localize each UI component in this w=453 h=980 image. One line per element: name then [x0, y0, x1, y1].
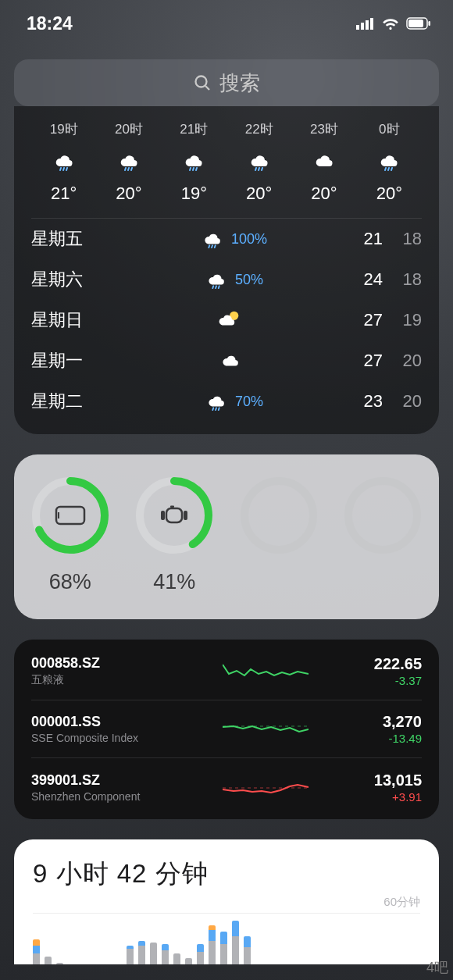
svg-point-44	[244, 481, 313, 550]
status-bar: 18:24	[0, 0, 453, 37]
rain-icon	[202, 226, 223, 251]
watch-icon	[135, 476, 213, 554]
svg-rect-41	[161, 511, 165, 520]
svg-rect-2	[366, 20, 369, 30]
hour-cell: 0时20°	[357, 120, 422, 204]
screentime-widget[interactable]: 9 小时 42 分钟 60分钟	[14, 839, 439, 964]
svg-line-28	[216, 286, 216, 288]
svg-line-27	[212, 286, 213, 288]
search-placeholder: 搜索	[219, 69, 260, 97]
svg-line-18	[255, 168, 256, 170]
svg-rect-43	[170, 506, 174, 508]
stock-row[interactable]: 000001.SSSSE Composite Index 3,270-13.49	[31, 700, 422, 758]
battery-icon	[406, 17, 431, 30]
svg-line-14	[131, 168, 132, 170]
svg-point-45	[348, 481, 417, 550]
svg-line-20	[262, 168, 262, 170]
svg-line-25	[212, 245, 212, 248]
rain-icon	[377, 148, 401, 174]
svg-rect-0	[356, 25, 359, 30]
battery-phone: 68%	[25, 476, 116, 594]
svg-rect-1	[361, 23, 364, 30]
svg-line-17	[196, 168, 197, 170]
svg-line-29	[219, 286, 219, 288]
svg-line-24	[209, 245, 209, 248]
stock-row[interactable]: 000858.SZ五粮液 222.65-3.37	[31, 643, 422, 700]
battery-empty	[234, 476, 324, 594]
daily-row: 星期一2720	[31, 340, 422, 381]
battery-watch-pct: 41%	[153, 570, 195, 594]
stock-row[interactable]: 399001.SZShenzhen Component 13,015+3.91	[31, 758, 422, 816]
svg-rect-40	[166, 508, 182, 522]
svg-rect-42	[184, 511, 187, 520]
screentime-axis: 60分钟	[33, 895, 420, 910]
hour-cell: 20时20°	[96, 120, 161, 204]
svg-line-11	[66, 168, 67, 170]
svg-line-33	[219, 408, 219, 410]
svg-line-8	[205, 86, 209, 90]
rain-icon	[52, 148, 76, 174]
daily-row: 星期日2719	[31, 300, 422, 340]
rain-icon	[248, 148, 271, 174]
svg-line-16	[193, 168, 194, 170]
sparkline-icon	[195, 658, 336, 685]
svg-line-31	[212, 408, 213, 410]
cloud-icon	[312, 148, 336, 174]
rain-icon	[117, 148, 141, 174]
hour-cell: 21时19°	[162, 120, 226, 204]
status-time: 18:24	[27, 13, 73, 34]
screentime-headline: 9 小时 42 分钟	[33, 857, 420, 892]
hour-cell: 19时21°	[31, 120, 96, 204]
rain-icon	[205, 389, 227, 414]
hour-cell: 23时20°	[291, 120, 356, 204]
daily-row: 星期六50%2418	[31, 259, 422, 300]
battery-phone-pct: 68%	[49, 570, 91, 594]
svg-line-10	[63, 168, 64, 170]
svg-line-9	[60, 168, 61, 170]
svg-rect-3	[370, 18, 373, 30]
svg-line-23	[391, 168, 392, 170]
svg-line-26	[215, 245, 216, 248]
daily-forecast: 星期五100%2118 星期六50%2418 星期日2719 星期一2720 星…	[31, 218, 422, 422]
svg-line-32	[216, 408, 216, 410]
daily-row: 星期五100%2118	[31, 219, 422, 259]
svg-line-13	[128, 168, 129, 170]
svg-rect-36	[56, 507, 84, 524]
svg-line-21	[385, 168, 386, 170]
battery-watch: 41%	[130, 476, 220, 594]
svg-line-19	[259, 168, 259, 170]
watermark: 4吧	[426, 958, 448, 977]
search-bar[interactable]: 搜索	[14, 59, 439, 106]
partly-sunny-icon	[219, 308, 242, 333]
search-icon	[193, 73, 212, 92]
svg-line-22	[388, 168, 389, 170]
status-indicators	[356, 16, 431, 30]
wifi-icon	[381, 16, 400, 30]
cloud-icon	[219, 348, 241, 373]
batteries-widget[interactable]: 68% 41%	[14, 454, 439, 619]
svg-rect-6	[429, 21, 431, 26]
sparkline-icon	[195, 774, 336, 800]
svg-line-12	[125, 168, 126, 170]
cellular-icon	[356, 17, 375, 30]
svg-line-15	[190, 168, 191, 170]
svg-point-7	[196, 77, 207, 87]
stocks-widget[interactable]: 000858.SZ五粮液 222.65-3.37 000001.SSSSE Co…	[14, 640, 439, 819]
sparkline-icon	[195, 716, 336, 743]
screentime-chart	[33, 913, 420, 964]
daily-row: 星期二70%2320	[31, 381, 422, 422]
rain-icon	[182, 148, 205, 174]
rain-icon	[205, 267, 227, 292]
hourly-forecast: 19时21° 20时20° 21时19° 22时20° 23时20° 0时20°	[31, 120, 422, 204]
weather-widget[interactable]: 19时21° 20时20° 21时19° 22时20° 23时20° 0时20°…	[14, 106, 439, 434]
phone-icon	[31, 476, 109, 554]
svg-rect-5	[408, 20, 423, 27]
battery-empty	[338, 476, 429, 594]
hour-cell: 22时20°	[226, 120, 291, 204]
